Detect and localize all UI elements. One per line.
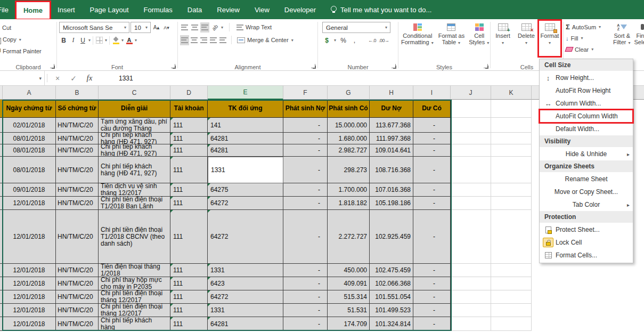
cell[interactable]: 12/01/2018 <box>3 304 56 317</box>
cell[interactable]: - <box>413 317 451 331</box>
empty-cell[interactable] <box>451 133 491 144</box>
cell[interactable]: 111 <box>170 290 208 304</box>
empty-cell[interactable] <box>491 210 532 264</box>
cell[interactable]: HN/TM/C/20 <box>56 118 99 133</box>
percent-style-button[interactable]: % <box>339 35 348 45</box>
menu-item-hide-unhide[interactable]: Hide & Unhide▸ <box>540 148 633 160</box>
cell[interactable]: 1.680.000 <box>328 133 370 144</box>
empty-cell[interactable] <box>451 210 491 264</box>
cell[interactable]: - <box>413 197 451 210</box>
decrease-font-size-button[interactable]: A▾ <box>162 22 171 33</box>
cell[interactable]: 12/01/2018 <box>3 290 56 304</box>
cell[interactable]: 12/01/2018 <box>3 210 56 264</box>
empty-cell[interactable] <box>491 157 532 183</box>
cell[interactable]: - <box>283 304 328 317</box>
cell[interactable]: Tiền điện thoại tháng 1/2018 <box>99 264 170 277</box>
cell[interactable]: 111 <box>170 197 208 210</box>
menu-item-autofit-row-height[interactable]: AutoFit Row Height <box>540 84 633 97</box>
cell[interactable]: 1331 <box>208 304 283 317</box>
cell[interactable]: 51.531 <box>328 304 370 317</box>
column-header-B[interactable]: B <box>56 86 99 100</box>
cell[interactable]: - <box>283 144 328 157</box>
cell[interactable]: - <box>283 197 328 210</box>
tab-review[interactable]: Review <box>209 0 247 19</box>
format-button[interactable]: Format ▾ <box>539 20 561 56</box>
cell[interactable]: 450.000 <box>328 264 370 277</box>
empty-cell[interactable] <box>491 317 532 331</box>
increase-indent-button[interactable] <box>218 35 227 45</box>
menu-item-move-or-copy-sheet[interactable]: Move or Copy Sheet... <box>540 185 633 198</box>
cell[interactable]: 109.014.641 <box>370 144 413 157</box>
cell[interactable]: - <box>283 277 328 290</box>
cell[interactable]: Chi phí tiếp khách hàng (HĐ 471, 927) <box>99 133 170 144</box>
copy-button[interactable]: Copy ▾ <box>0 34 56 45</box>
tab-home[interactable]: Home <box>16 2 50 19</box>
cell[interactable]: 2.272.727 <box>328 210 370 264</box>
cell[interactable]: HN/TM/C/20 <box>56 210 99 264</box>
empty-cell[interactable] <box>491 290 532 304</box>
cell[interactable]: - <box>283 290 328 304</box>
cell[interactable]: 2.982.727 <box>328 144 370 157</box>
cell[interactable]: HN/TM/C/20 <box>56 304 99 317</box>
cell[interactable]: 1.818.182 <box>328 197 370 210</box>
comma-style-button[interactable]: , <box>350 35 359 45</box>
accounting-format-button[interactable]: $ <box>322 35 331 45</box>
cell[interactable]: - <box>413 277 451 290</box>
cell[interactable]: - <box>413 290 451 304</box>
cell[interactable]: - <box>413 210 451 264</box>
header-cell[interactable]: Dư Nợ <box>370 100 413 118</box>
format-painter-button[interactable]: Format Painter <box>0 45 56 57</box>
tab-file[interactable]: File <box>0 0 16 19</box>
cell[interactable]: 141 <box>208 118 283 133</box>
cell[interactable]: 15.000.000 <box>328 118 370 133</box>
cell[interactable]: 12/01/2018 <box>3 264 56 277</box>
cut-button[interactable]: Cut <box>0 22 56 34</box>
cell[interactable]: 08/01/2018 <box>3 144 56 157</box>
header-cell[interactable]: Phát sinh Có <box>328 100 370 118</box>
header-cell[interactable]: Phát sinh Nợ <box>283 100 328 118</box>
top-align-button[interactable] <box>180 22 189 33</box>
cell[interactable]: HN/TM/C/20 <box>56 317 99 331</box>
column-header-J[interactable]: J <box>451 86 491 100</box>
empty-cell[interactable] <box>451 264 491 277</box>
tab-insert[interactable]: Insert <box>50 0 83 19</box>
tell-me-box[interactable]: Tell me what you want to do... <box>331 0 431 19</box>
cell[interactable]: 1331 <box>208 264 283 277</box>
tab-developer[interactable]: Developer <box>277 0 323 19</box>
cell[interactable]: - <box>413 133 451 144</box>
cell[interactable]: - <box>413 304 451 317</box>
menu-item-protect-sheet[interactable]: Protect Sheet... <box>540 223 633 236</box>
cell[interactable]: 111 <box>170 277 208 290</box>
empty-cell[interactable] <box>491 118 532 133</box>
cell[interactable]: 105.198.186 <box>370 197 413 210</box>
clear-button[interactable]: Clear ▾ <box>566 45 612 54</box>
empty-cell[interactable] <box>491 183 532 197</box>
fill-button[interactable]: ↓ Fill ▾ <box>566 34 612 43</box>
header-cell[interactable]: Số chứng từ <box>56 100 99 118</box>
menu-item-row-height[interactable]: ↕Row Height... <box>540 71 633 84</box>
decrease-indent-button[interactable] <box>209 35 218 45</box>
underline-button[interactable]: U <box>78 35 87 45</box>
number-format-select[interactable]: General ▾ <box>322 22 390 33</box>
empty-cell[interactable] <box>451 157 491 183</box>
cell[interactable]: 101.324.814 <box>370 317 413 331</box>
font-size-select[interactable]: 10 ▾ <box>131 22 151 33</box>
cancel-button[interactable]: × <box>50 71 66 85</box>
column-header-A[interactable]: A <box>3 86 56 100</box>
insert-function-button[interactable]: fx <box>81 71 97 85</box>
selected-cell[interactable]: 1331 <box>208 157 283 183</box>
empty-cell[interactable] <box>451 290 491 304</box>
bold-button[interactable]: B <box>59 35 68 45</box>
cell[interactable]: Chi phí tiền điện thoại T1/2018 CBCNV (t… <box>99 210 170 264</box>
cell[interactable]: 111 <box>170 144 208 157</box>
cell[interactable]: Tiền dịch vụ vệ sinh tháng 12/2017 <box>99 183 170 197</box>
delete-cells-button[interactable]: × Delete ▾ <box>515 20 537 56</box>
tab-page-layout[interactable]: Page Layout <box>83 0 136 19</box>
cell[interactable]: HN/TM/C/20 <box>56 290 99 304</box>
cell[interactable]: Chi phí tiếp khách hàng (HĐ 471, 927) <box>99 157 170 183</box>
empty-cell[interactable] <box>451 144 491 157</box>
font-name-select[interactable]: Microsoft Sans Se ▾ <box>59 22 129 33</box>
cell[interactable]: - <box>283 118 328 133</box>
empty-cell[interactable] <box>451 183 491 197</box>
cell[interactable]: HN/TM/C/20 <box>56 277 99 290</box>
